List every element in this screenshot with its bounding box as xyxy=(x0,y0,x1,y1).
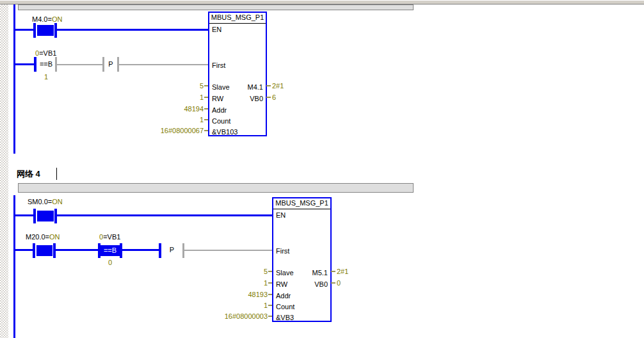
pin-stub xyxy=(268,282,272,284)
pin-stub xyxy=(204,108,208,109)
mbus-msg-block[interactable]: MBUS_MSG_P1 EN First Slave RW Addr Count… xyxy=(208,12,267,136)
output-operand: VB0 xyxy=(250,95,263,102)
input-value-slave: 5 xyxy=(133,82,204,90)
contact-bar xyxy=(33,209,36,223)
input-value-addr: 48193 xyxy=(197,291,268,298)
pin-first: First xyxy=(276,247,289,255)
editor-left-margin xyxy=(0,4,8,338)
positive-edge-contact[interactable]: P xyxy=(161,246,182,254)
input-value-count: 1 xyxy=(133,116,204,124)
wire xyxy=(15,63,34,65)
pin-count: Count xyxy=(212,117,230,125)
input-value-rw: 1 xyxy=(133,93,204,101)
block-title: MBUS_MSG_P1 xyxy=(273,199,330,207)
output-operand: M4.1 xyxy=(248,83,263,91)
wire xyxy=(15,249,33,251)
wire xyxy=(122,249,159,251)
pin-buffer: &VB103 xyxy=(212,128,237,136)
contact-bar xyxy=(33,23,36,38)
pin-addr: Addr xyxy=(212,106,227,114)
pin-stub xyxy=(268,316,272,317)
contact-label: M4.0=ON xyxy=(32,15,62,23)
pin-stub xyxy=(268,271,272,272)
network3-power-rail xyxy=(13,4,15,154)
pin-stub xyxy=(268,294,272,295)
pin-stub xyxy=(204,85,208,86)
wire xyxy=(15,29,34,31)
contact-sm0.0-energized[interactable] xyxy=(37,211,54,221)
compare-contact-==b[interactable]: ==B xyxy=(38,60,54,68)
output-value: 6 xyxy=(272,93,276,101)
pin-addr: Addr xyxy=(276,292,291,300)
positive-edge-contact[interactable]: P xyxy=(104,60,117,68)
network4-power-rail xyxy=(13,195,15,338)
input-value-count: 1 xyxy=(197,302,268,309)
contact-m20.0-energized[interactable] xyxy=(36,245,52,256)
pin-stub xyxy=(204,130,208,131)
pin-rw: RW xyxy=(212,95,223,102)
pin-slave: Slave xyxy=(276,269,294,277)
input-value-addr: 48194 xyxy=(133,105,204,113)
wire xyxy=(57,64,102,65)
input-value-buffer: 16#08000003 xyxy=(197,312,268,320)
wire xyxy=(57,214,272,216)
wire xyxy=(184,250,272,251)
compare-label: 0=VB1 xyxy=(99,233,120,241)
input-value-rw: 1 xyxy=(197,279,268,287)
compare-label: 0=VB1 xyxy=(35,49,56,57)
output-operand: VB0 xyxy=(314,280,328,288)
pin-slave: Slave xyxy=(212,83,230,91)
pin-stub xyxy=(266,85,271,86)
block-title-separator xyxy=(209,23,266,24)
pin-stub xyxy=(268,305,272,306)
pin-stub xyxy=(204,97,208,98)
text-caret xyxy=(56,168,57,180)
compare-contact-bar xyxy=(34,57,36,72)
network4-comment-bar[interactable] xyxy=(18,183,414,193)
pin-count: Count xyxy=(276,303,294,310)
output-value: 0 xyxy=(337,279,341,287)
pane-splitter-bar[interactable] xyxy=(0,0,644,4)
pin-stub xyxy=(266,97,271,98)
wire xyxy=(57,29,208,31)
wire xyxy=(56,249,98,251)
network3-comment-bar[interactable] xyxy=(18,4,414,10)
output-value: 2#1 xyxy=(272,82,284,90)
contact-m4.0-energized[interactable] xyxy=(37,25,54,36)
contact-bar xyxy=(33,243,35,258)
pin-first: First xyxy=(212,61,225,69)
pin-stub xyxy=(331,282,335,284)
wire xyxy=(119,64,208,65)
compare-current-value: 0 xyxy=(101,259,120,266)
output-value: 2#1 xyxy=(337,268,348,275)
output-operand: M5.1 xyxy=(312,269,328,277)
pin-en: EN xyxy=(276,211,286,219)
compare-contact-==b-energized[interactable]: ==B xyxy=(101,245,120,256)
compare-current-value: 1 xyxy=(38,73,54,81)
input-value-slave: 5 xyxy=(197,268,268,275)
contact-label: SM0.0=ON xyxy=(28,198,63,205)
block-title-separator xyxy=(273,209,330,209)
pin-stub xyxy=(204,119,208,120)
block-title: MBUS_MSG_P1 xyxy=(209,13,266,21)
wire xyxy=(15,214,34,216)
pin-rw: RW xyxy=(276,280,287,288)
contact-label: M20.0=ON xyxy=(26,233,60,241)
mbus-msg-block[interactable]: MBUS_MSG_P1 EN First Slave RW Addr Count… xyxy=(272,197,332,322)
input-value-buffer: 16#08000067 xyxy=(133,127,204,134)
pin-stub xyxy=(331,271,335,272)
pin-en: EN xyxy=(212,26,221,33)
network4-title[interactable]: 网络 4 xyxy=(17,168,40,180)
pin-buffer: &VB3 xyxy=(276,314,294,321)
